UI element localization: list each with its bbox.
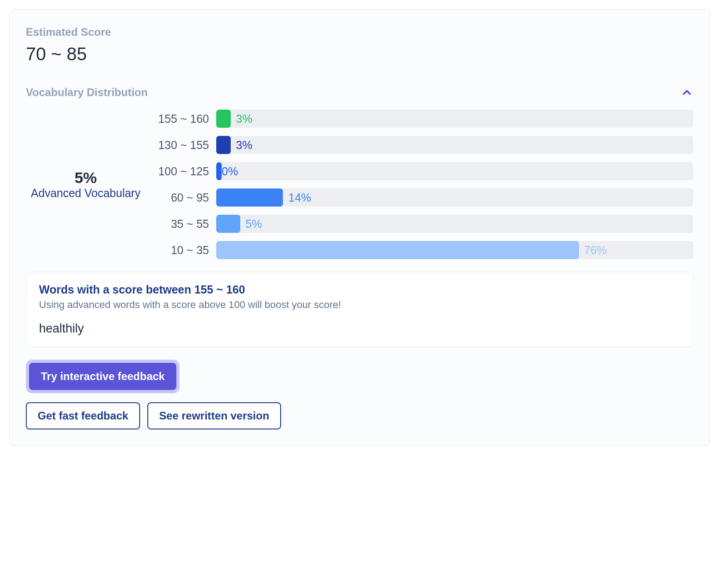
words-box-title: Words with a score between 155 ~ 160 [39, 283, 680, 296]
vocab-bar-percent-label: 3% [236, 112, 253, 125]
vocab-bar-fill [216, 136, 231, 154]
vocab-bar-fill [216, 241, 579, 259]
vocab-bars-container: 155 ~ 1603%130 ~ 1553%100 ~ 1250%60 ~ 95… [153, 110, 693, 259]
vocab-bar-track: 14% [216, 188, 693, 207]
vocab-bar-row[interactable]: 100 ~ 1250% [153, 162, 693, 180]
vocab-bar-range-label: 130 ~ 155 [153, 139, 216, 152]
vocab-bar-range-label: 100 ~ 125 [153, 165, 216, 178]
vocab-bar-row[interactable]: 130 ~ 1553% [153, 136, 693, 154]
vocab-bar-track: 5% [216, 215, 693, 233]
primary-button-highlight: Try interactive feedback [26, 360, 180, 393]
vocab-bar-track: 3% [216, 136, 693, 154]
estimated-score-value: 70 ~ 85 [26, 44, 693, 64]
vocab-bar-fill [216, 110, 231, 128]
words-detail-box: Words with a score between 155 ~ 160 Usi… [26, 272, 693, 347]
vocab-bar-percent-label: 3% [236, 139, 253, 152]
vocab-bar-range-label: 155 ~ 160 [153, 112, 216, 125]
vocab-bar-fill [216, 188, 283, 207]
chevron-up-icon[interactable] [680, 86, 693, 99]
vocab-bar-range-label: 35 ~ 55 [153, 217, 216, 231]
vocab-bar-range-label: 10 ~ 35 [153, 244, 216, 257]
vocab-bar-row[interactable]: 35 ~ 555% [153, 215, 693, 233]
words-list: healthily [39, 322, 680, 336]
vocab-bar-track: 0% [216, 162, 693, 180]
vocab-bar-percent-label: 0% [222, 165, 238, 178]
secondary-button-row: Get fast feedback See rewritten version [26, 402, 693, 429]
see-rewritten-version-button[interactable]: See rewritten version [147, 402, 281, 429]
vocab-distribution-header[interactable]: Vocabulary Distribution [26, 86, 693, 99]
vocab-bar-track: 76% [216, 241, 693, 259]
get-fast-feedback-button[interactable]: Get fast feedback [26, 402, 140, 429]
try-interactive-feedback-button[interactable]: Try interactive feedback [29, 363, 176, 390]
vocab-summary: 5% Advanced Vocabulary [26, 110, 153, 259]
advanced-vocab-label: Advanced Vocabulary [31, 187, 141, 200]
vocab-bar-fill [216, 162, 222, 180]
vocab-bar-row[interactable]: 60 ~ 9514% [153, 188, 693, 207]
vocab-distribution-label: Vocabulary Distribution [26, 86, 148, 99]
vocab-bar-percent-label: 76% [584, 244, 607, 257]
vocab-bar-fill [216, 215, 240, 233]
vocab-bar-row[interactable]: 155 ~ 1603% [153, 110, 693, 128]
vocab-bar-percent-label: 5% [246, 217, 262, 231]
vocab-bar-row[interactable]: 10 ~ 3576% [153, 241, 693, 259]
score-card: Estimated Score 70 ~ 85 Vocabulary Distr… [9, 9, 710, 446]
advanced-vocab-percent: 5% [74, 169, 97, 187]
vocab-bar-percent-label: 14% [288, 191, 311, 204]
vocab-distribution-body: 5% Advanced Vocabulary 155 ~ 1603%130 ~ … [26, 110, 693, 259]
vocab-bar-range-label: 60 ~ 95 [153, 191, 216, 204]
vocab-bar-track: 3% [216, 110, 693, 128]
estimated-score-label: Estimated Score [26, 26, 693, 39]
words-box-subtitle: Using advanced words with a score above … [39, 299, 680, 311]
